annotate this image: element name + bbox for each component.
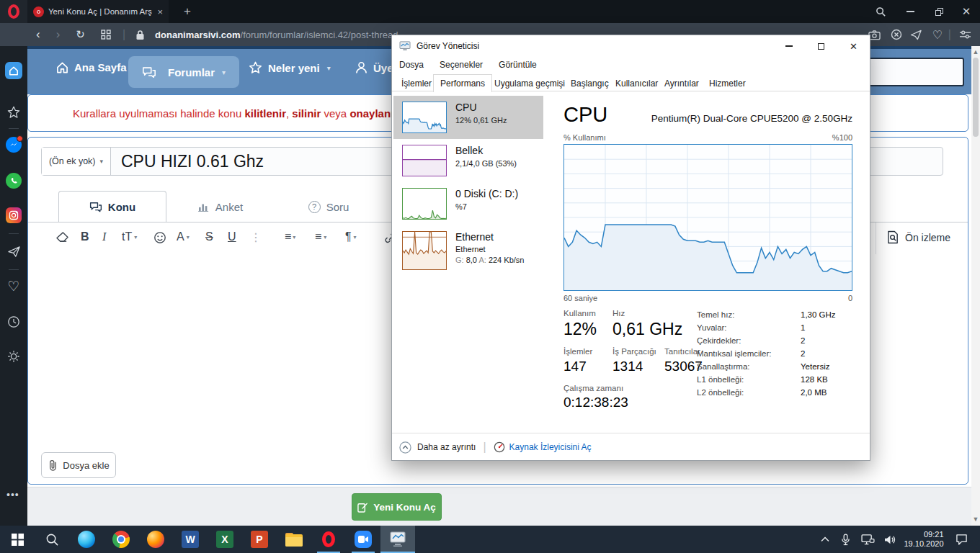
scroll-up-icon[interactable]: ▲ [971,48,980,55]
tray-chevron-up-icon[interactable] [816,526,834,553]
personal-news-heart-icon[interactable]: ♡ [6,278,22,294]
tm-tab-kullanicilar[interactable]: Kullanıcılar [609,76,664,91]
opera-menu-button[interactable] [0,0,27,23]
tray-network-icon[interactable] [856,526,879,553]
prefix-dropdown[interactable]: (Ön ek yok) ▾ [42,148,111,175]
taskbar-chrome-icon[interactable] [104,526,138,553]
strikethrough-button[interactable]: S [205,230,213,243]
forward-icon[interactable]: › [56,27,61,42]
taskbar-edge-icon[interactable] [69,526,104,553]
smilies-icon[interactable] [153,231,166,244]
taskbar-word-icon[interactable]: W [173,526,208,553]
taskbar-opera-icon[interactable] [311,526,346,553]
taskbar-excel-icon[interactable]: X [208,526,242,553]
chevron-down-icon: ▾ [134,234,137,240]
tm-close-button[interactable]: ✕ [837,35,870,57]
taskbar-zoom-icon[interactable] [346,526,380,553]
perf-item-cpu[interactable]: CPU 12% 0,61 GHz [393,96,543,139]
settings-gear-icon[interactable] [6,349,22,364]
tray-clock[interactable]: 09:2119.10.2020 [901,526,947,553]
tab-soru[interactable]: ? Soru [275,191,383,222]
tray-volume-icon[interactable] [879,526,901,553]
lock-icon[interactable] [135,30,145,40]
messenger-icon[interactable] [6,137,22,153]
back-icon[interactable]: ‹ [36,27,40,42]
attach-file-button[interactable]: Dosya ekle [41,452,116,478]
opera-sidebar: ♡ ••• [0,46,27,526]
more-options-icon[interactable]: ⋮ [250,230,262,244]
reload-icon[interactable]: ↻ [76,28,85,41]
create-thread-button[interactable]: Yeni Konu Aç [352,493,442,521]
tm-tab-performans[interactable]: Performans [433,74,492,92]
nav-home[interactable]: Ana Sayfa [56,61,127,73]
instagram-icon[interactable] [6,207,22,223]
perf-item-ethernet[interactable]: Ethernet Ethernet G: 8,0 A: 224 Kb/sn [393,225,543,276]
scrollbar-thumb[interactable] [973,58,979,137]
tm-tab-hizmetler[interactable]: Hizmetler [703,76,752,91]
italic-button[interactable]: I [102,230,106,243]
taskbar-powerpoint-icon[interactable]: P [242,526,277,553]
tm-tab-uygulama-gecmisi[interactable]: Uygulama geçmişi [488,76,571,91]
bookmarks-star-icon[interactable] [6,105,21,120]
perf-item-disk[interactable]: 0 Diski (C: D:) %7 [393,182,543,225]
speed-dial-home-icon[interactable] [5,62,22,79]
less-details-button[interactable]: Daha az ayrıntı [399,441,476,454]
tm-tab-islemler[interactable]: İşlemler [395,76,438,91]
tune-sliders-icon[interactable] [959,30,971,40]
speed-dial-icon[interactable] [101,30,111,40]
text-color-button[interactable]: A▾ [177,230,190,243]
scroll-down-icon[interactable]: ▼ [971,516,980,523]
taskbar-search-button[interactable] [35,526,69,553]
task-manager-titlebar[interactable]: Görev Yöneticisi ✕ [392,35,870,57]
taskbar-firefox-icon[interactable] [138,526,173,553]
tm-tab-baslangic[interactable]: Başlangıç [564,76,615,91]
bookmark-heart-icon[interactable]: ♡ [932,28,943,42]
adblock-shield-icon[interactable] [891,29,902,40]
action-center-icon[interactable] [947,526,976,553]
tab-close-icon[interactable]: × [157,6,163,17]
align-button[interactable]: ≡▾ [315,230,326,243]
bold-button[interactable]: B [81,230,89,243]
tm-tab-ayrintilar[interactable]: Ayrıntılar [658,76,705,91]
chevron-down-icon: ▾ [187,234,190,240]
window-restore-button[interactable] [925,0,953,23]
tm-maximize-button[interactable] [805,35,837,57]
remove-format-eraser-icon[interactable] [55,231,69,243]
taskbar-task-manager-icon[interactable] [380,526,415,553]
paragraph-button[interactable]: ¶▾ [345,230,357,243]
tray-microphone-icon[interactable] [834,526,856,553]
divider: | [122,28,125,41]
telegram-plane-icon[interactable] [6,243,22,259]
window-minimize-button[interactable] [896,0,924,23]
browser-tab[interactable]: Yeni Konu Aç | Donanım Arş × [27,0,169,23]
menu-goruntule[interactable]: Görüntüle [499,60,537,70]
tm-minimize-button[interactable] [772,35,805,57]
taskbar-explorer-icon[interactable] [277,526,311,553]
chevron-down-icon: ▾ [324,234,326,240]
list-button[interactable]: ≡▾ [285,230,295,243]
browser-search-icon[interactable] [869,0,892,23]
nav-forums[interactable]: Forumlar ▾ [128,56,239,88]
person-icon [355,61,368,74]
underline-button[interactable]: U [228,230,236,243]
perf-item-memory[interactable]: Bellek 2,1/4,0 GB (53%) [393,139,543,182]
my-flow-icon[interactable] [910,30,922,40]
tab-anket[interactable]: Anket [166,191,275,222]
resource-monitor-link[interactable]: Kaynak İzleyicisini Aç [494,441,592,453]
window-close-button[interactable]: ✕ [953,0,980,23]
menu-secenekler[interactable]: Seçenekler [440,60,483,70]
nav-whats-new[interactable]: Neler yeni ▾ [249,61,331,74]
page-scrollbar[interactable]: ▲ ▼ [971,46,980,526]
font-size-button[interactable]: tT▾ [122,230,137,243]
start-button[interactable] [0,526,35,553]
url-text[interactable]: donanimarsivi.com/forum/forumlar/islemci… [155,30,398,40]
stat-value-islemler: 147 [564,359,587,374]
stat-label-hiz: Hız [612,309,625,318]
menu-dosya[interactable]: Dosya [399,60,424,70]
sidebar-more-icon[interactable]: ••• [6,489,19,500]
tab-konu[interactable]: Konu [58,191,166,222]
new-tab-button[interactable]: + [177,0,197,23]
history-clock-icon[interactable] [6,314,22,330]
preview-button[interactable]: Ön izleme [887,230,950,244]
whatsapp-icon[interactable] [6,173,22,189]
